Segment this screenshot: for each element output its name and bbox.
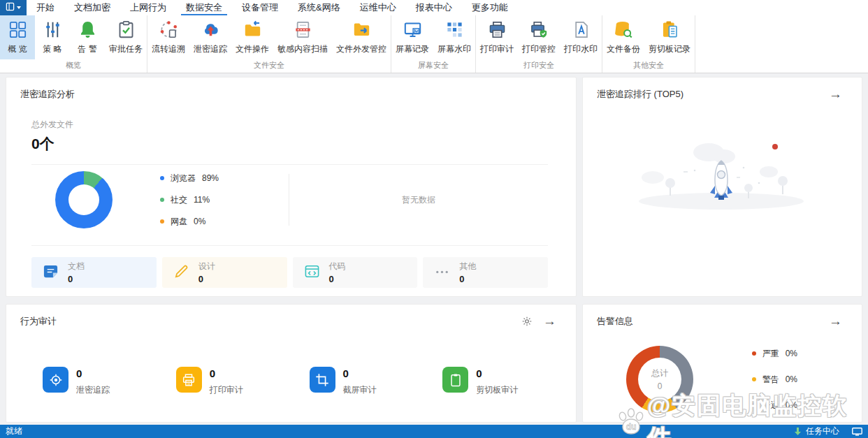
status-ready-text: 就绪 [6, 425, 22, 437]
card-title: 泄密追踪分析 [20, 88, 75, 101]
ribbon-group-label: 打印安全 [476, 59, 602, 73]
ribbon-group-label: 概览 [0, 59, 147, 73]
total-outgoing-files-value: 0个 [31, 134, 576, 154]
stat-clipboard-audit: 0剪切板审计 [442, 367, 576, 396]
overview-grid-icon [8, 20, 27, 39]
ribbon-button-leak-trace[interactable]: 泄密追踪 [189, 15, 231, 59]
ribbon-button-alarm[interactable]: 告 警 [70, 15, 105, 59]
ribbon-button-overview[interactable]: 概 览 [0, 15, 35, 59]
ribbon-button-approval-tasks[interactable]: 审批任务 [105, 15, 147, 59]
file-backup-icon [614, 20, 633, 39]
ribbon-group-label: 文件安全 [147, 59, 391, 73]
policy-sliders-icon [43, 20, 62, 39]
ribbon-group-label: 屏幕安全 [391, 59, 475, 73]
channel-donut-chart [55, 171, 113, 228]
status-bar: 就绪 任务中心 [0, 425, 868, 438]
ribbon-button-file-backup[interactable]: 文件备份 [602, 15, 644, 59]
arrow-right-icon[interactable]: → [543, 316, 556, 326]
tab-document-encryption[interactable]: 文档加密 [64, 0, 120, 15]
ribbon-group-overview: 概 览 策 略 告 警 审批任务 概览 [0, 15, 147, 73]
alerts-total-value: 0 [658, 381, 663, 391]
tile-code: 代码0 [293, 257, 418, 288]
download-arrow-icon [794, 428, 802, 436]
tab-report-center[interactable]: 报表中心 [406, 0, 462, 15]
no-data-text: 暂无数据 [289, 194, 548, 206]
stat-screenshot-audit: 0截屏审计 [310, 367, 443, 396]
alerts-legend: 严重 0% 警告 0% 普通 0% [752, 348, 797, 411]
tile-documents: 文档0 [31, 257, 157, 288]
ribbon-button-print-watermark[interactable]: 打印水印 [560, 15, 602, 59]
ribbon-button-print-control[interactable]: 打印管控 [518, 15, 560, 59]
tab-ops-center[interactable]: 运维中心 [350, 0, 406, 15]
legend-label: 网盘 [171, 216, 187, 228]
legend-value: 89% [202, 173, 219, 183]
crop-icon [310, 367, 335, 393]
card-leak-analysis: 泄密追踪分析 总外发文件 0个 浏览器 89% 社交 11% 网盘 [6, 77, 577, 297]
divider [31, 245, 548, 246]
target-icon [43, 367, 68, 393]
print-watermark-icon [572, 20, 591, 39]
ribbon-group-screen-security: 屏幕记录 屏幕水印 屏幕安全 [391, 15, 476, 73]
file-operations-folder-icon [243, 20, 262, 39]
screen-record-icon [403, 20, 422, 39]
ribbon-group-label: 其他安全 [602, 59, 695, 73]
ribbon-group-other-security: 文件备份 剪切板记录 其他安全 [602, 15, 695, 73]
arrow-right-icon[interactable]: → [829, 89, 842, 99]
legend-label: 严重 [762, 348, 779, 360]
ribbon-button-print-audit[interactable]: 打印审计 [476, 15, 518, 59]
tab-device-management[interactable]: 设备管理 [232, 0, 288, 15]
printer-icon [176, 367, 202, 393]
tab-more-features[interactable]: 更多功能 [462, 0, 518, 15]
ribbon-button-screen-watermark[interactable]: 屏幕水印 [433, 15, 475, 59]
print-control-shield-icon [530, 20, 549, 39]
app-window-icon [6, 1, 15, 14]
ribbon-button-file-operations[interactable]: 文件操作 [231, 15, 273, 59]
monitor-icon[interactable] [852, 428, 862, 436]
legend-item: 浏览器 89% [160, 173, 219, 184]
gear-icon[interactable] [521, 316, 533, 327]
legend-dot [752, 351, 756, 356]
legend-value: 0% [786, 374, 797, 384]
card-title: 泄密追踪排行 (TOP5) [597, 88, 683, 101]
card-title: 告警信息 [597, 315, 633, 328]
app-menu-button[interactable] [0, 0, 27, 15]
legend-label: 社交 [171, 194, 187, 206]
total-outgoing-files-label: 总外发文件 [31, 119, 576, 131]
card-title: 行为审计 [20, 315, 57, 328]
others-dots-icon [434, 263, 450, 282]
flow-trace-icon [159, 20, 178, 39]
ribbon-group-file-security: 流转追溯 泄密追踪 文件操作 敏感内容扫描 文件外发管控 文件安全 [147, 15, 391, 73]
print-audit-icon [488, 20, 507, 39]
audit-stats: 0泄密追踪 0打印审计 0截屏审计 0剪切板审计 [6, 367, 576, 396]
tab-internet-behavior[interactable]: 上网行为 [120, 0, 176, 15]
legend-item: 严重 0% [752, 348, 797, 360]
legend-item: 社交 11% [160, 194, 219, 206]
task-center-button[interactable]: 任务中心 [806, 425, 839, 437]
ribbon-button-screen-record[interactable]: 屏幕记录 [391, 15, 433, 59]
design-pencil-icon [173, 263, 189, 282]
ribbon-button-file-outgoing-control[interactable]: 文件外发管控 [332, 15, 391, 59]
ribbon-toolbar: 概 览 策 略 告 警 审批任务 概览 流转追溯 [0, 15, 868, 73]
tab-system-network[interactable]: 系统&网络 [288, 0, 350, 15]
ribbon-button-clipboard-record[interactable]: 剪切板记录 [644, 15, 695, 59]
legend-dot [752, 377, 756, 381]
legend-item: 普通 0% [752, 400, 797, 411]
arrow-right-icon[interactable]: → [829, 316, 842, 326]
empty-state-illustration [583, 131, 862, 214]
alerts-donut-chart: 总计 0 [626, 346, 693, 413]
legend-dot [160, 176, 164, 180]
ribbon-button-flow-trace[interactable]: 流转追溯 [147, 15, 189, 59]
code-window-icon [304, 263, 320, 282]
ribbon-button-policy[interactable]: 策 略 [35, 15, 70, 59]
legend-label: 普通 [762, 400, 779, 411]
tab-home[interactable]: 开始 [27, 0, 64, 15]
legend-dot [160, 219, 164, 224]
tile-others: 其他0 [423, 257, 548, 288]
screen-watermark-icon [445, 20, 464, 39]
approval-clipboard-icon [117, 20, 136, 39]
tab-data-security[interactable]: 数据安全 [176, 0, 232, 15]
ribbon-button-sensitive-scan[interactable]: 敏感内容扫描 [273, 15, 332, 59]
clipboard-record-icon [660, 20, 679, 39]
caret-down-icon [17, 6, 21, 9]
sensitive-scan-icon [294, 20, 312, 39]
